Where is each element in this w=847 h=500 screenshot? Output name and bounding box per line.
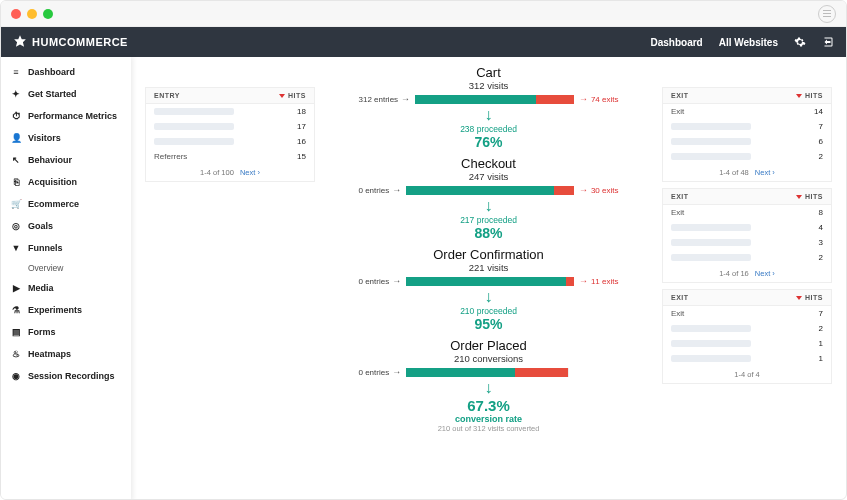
sort-desc-icon[interactable] xyxy=(279,94,285,98)
exit-row[interactable]: Exit8 xyxy=(663,205,831,220)
sidebar-item-funnels[interactable]: ▼Funnels xyxy=(1,237,131,259)
exit-row[interactable]: Exit7 xyxy=(663,306,831,321)
sidebar-item-behaviour[interactable]: ↖Behaviour xyxy=(1,149,131,171)
entry-row-label xyxy=(154,123,234,130)
exit-row[interactable]: 1 xyxy=(663,336,831,351)
exit-row[interactable]: 3 xyxy=(663,235,831,250)
window-titlebar xyxy=(1,1,846,27)
sidebar-item-get-started[interactable]: ✦Get Started xyxy=(1,83,131,105)
exit-next-link[interactable]: Next › xyxy=(755,168,775,177)
sidebar: ≡Dashboard✦Get Started⏱Performance Metri… xyxy=(1,57,131,500)
sort-desc-icon[interactable] xyxy=(796,195,802,199)
sidebar-item-forms[interactable]: ▤Forms xyxy=(1,321,131,343)
funnel-bar: 0 entries → xyxy=(359,367,619,377)
gear-icon[interactable] xyxy=(794,36,806,48)
exit-row-label xyxy=(671,239,751,246)
exit-row[interactable]: 2 xyxy=(663,321,831,336)
entry-row[interactable]: Referrers15 xyxy=(146,149,314,164)
sidebar-item-ecommerce[interactable]: 🛒Ecommerce xyxy=(1,193,131,215)
exit-panel: EXITHITSExit84321-4 of 16 Next › xyxy=(662,188,832,283)
funnel-rate: 76% xyxy=(474,134,502,150)
dashboard-icon: ≡ xyxy=(11,67,21,77)
sidebar-subitem-overview[interactable]: Overview xyxy=(1,259,131,277)
exit-row-hits: 4 xyxy=(819,223,823,232)
exit-row-label xyxy=(671,325,751,332)
brand-logo-icon xyxy=(13,34,27,50)
sort-desc-icon[interactable] xyxy=(796,296,802,300)
sidebar-item-label: Performance Metrics xyxy=(28,111,117,121)
exit-row-hits: 6 xyxy=(819,137,823,146)
funnel-proceeded: 238 proceeded xyxy=(460,124,517,134)
funnel-proceeded: 217 proceeded xyxy=(460,215,517,225)
exit-row[interactable]: 6 xyxy=(663,134,831,149)
sidebar-item-media[interactable]: ▶Media xyxy=(1,277,131,299)
funnel-entries: 312 entries → xyxy=(359,94,411,104)
down-arrow-icon: ↓ xyxy=(485,289,493,305)
sidebar-item-label: Get Started xyxy=(28,89,77,99)
traffic-light-maximize[interactable] xyxy=(43,9,53,19)
sidebar-item-goals[interactable]: ◎Goals xyxy=(1,215,131,237)
exit-row[interactable]: 7 xyxy=(663,119,831,134)
exit-panel-title: EXIT xyxy=(671,92,689,99)
exit-row-label xyxy=(671,254,751,261)
sidebar-item-visitors[interactable]: 👤Visitors xyxy=(1,127,131,149)
exit-row[interactable]: Exit14 xyxy=(663,104,831,119)
exit-row-hits: 2 xyxy=(819,152,823,161)
sidebar-item-heatmaps[interactable]: ♨Heatmaps xyxy=(1,343,131,365)
traffic-light-minimize[interactable] xyxy=(27,9,37,19)
exit-panel: EXITHITSExit147621-4 of 48 Next › xyxy=(662,87,832,182)
exit-row-hits: 1 xyxy=(819,354,823,363)
entry-panel: ENTRY HITS 181716Referrers15 1-4 of 100 … xyxy=(145,87,315,182)
entry-next-link[interactable]: Next › xyxy=(240,168,260,177)
nav-dashboard[interactable]: Dashboard xyxy=(650,37,702,48)
exit-row-label xyxy=(671,138,751,145)
sort-desc-icon[interactable] xyxy=(796,94,802,98)
exit-row[interactable]: 2 xyxy=(663,149,831,164)
hamburger-icon[interactable] xyxy=(818,5,836,23)
sidebar-item-acquisition[interactable]: ⎘Acquisition xyxy=(1,171,131,193)
final-conversion-note: 210 out of 312 visits converted xyxy=(438,424,540,433)
nav-all-websites[interactable]: All Websites xyxy=(719,37,778,48)
exit-row-label: Exit xyxy=(671,208,684,217)
sidebar-item-label: Goals xyxy=(28,221,53,231)
sidebar-item-session-recordings[interactable]: ◉Session Recordings xyxy=(1,365,131,387)
logout-icon[interactable] xyxy=(822,36,834,48)
sidebar-item-performance-metrics[interactable]: ⏱Performance Metrics xyxy=(1,105,131,127)
sidebar-item-label: Forms xyxy=(28,327,56,337)
sidebar-item-label: Experiments xyxy=(28,305,82,315)
exit-row-label: Exit xyxy=(671,107,684,116)
exit-row-label xyxy=(671,224,751,231)
funnel-icon: ▼ xyxy=(11,243,21,253)
final-conversion-rate: 67.3% xyxy=(467,397,510,414)
sidebar-item-label: Heatmaps xyxy=(28,349,71,359)
sidebar-item-label: Dashboard xyxy=(28,67,75,77)
traffic-light-close[interactable] xyxy=(11,9,21,19)
brand: HUMCOMMERCE xyxy=(13,34,128,50)
sidebar-item-dashboard[interactable]: ≡Dashboard xyxy=(1,61,131,83)
funnel-bar: 0 entries →→ 30 exits xyxy=(359,185,619,195)
funnel-rate: 88% xyxy=(474,225,502,241)
final-conversion-label: conversion rate xyxy=(455,414,522,424)
flask-icon: ⚗ xyxy=(11,305,21,315)
entry-row-label xyxy=(154,138,234,145)
exit-row-label xyxy=(671,153,751,160)
user-icon: 👤 xyxy=(11,133,21,143)
exit-row[interactable]: 1 xyxy=(663,351,831,366)
sidebar-item-label: Visitors xyxy=(28,133,61,143)
entry-row-hits: 17 xyxy=(297,122,306,131)
brand-name: HUMCOMMERCE xyxy=(32,36,128,48)
exit-row-hits: 8 xyxy=(819,208,823,217)
form-icon: ▤ xyxy=(11,327,21,337)
entry-row-hits: 16 xyxy=(297,137,306,146)
entry-row[interactable]: 17 xyxy=(146,119,314,134)
sidebar-item-experiments[interactable]: ⚗Experiments xyxy=(1,299,131,321)
exit-pager: 1-4 of 16 xyxy=(719,269,749,278)
funnel-entries: 0 entries → xyxy=(359,276,402,286)
exit-row[interactable]: 4 xyxy=(663,220,831,235)
entry-row[interactable]: 18 xyxy=(146,104,314,119)
exit-next-link[interactable]: Next › xyxy=(755,269,775,278)
sidebar-item-label: Ecommerce xyxy=(28,199,79,209)
entry-row[interactable]: 16 xyxy=(146,134,314,149)
exit-row-label xyxy=(671,123,751,130)
exit-row[interactable]: 2 xyxy=(663,250,831,265)
